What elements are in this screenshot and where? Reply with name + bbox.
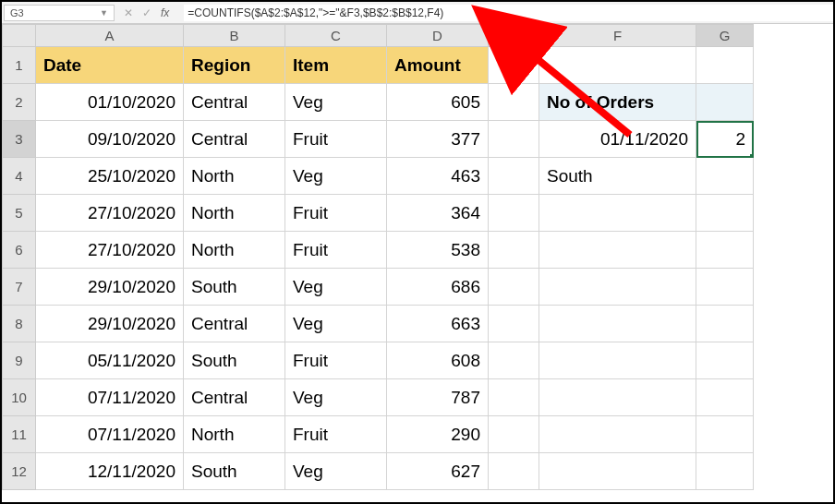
criteria-date[interactable]: 01/11/2020 xyxy=(539,121,696,158)
cell-F6[interactable] xyxy=(539,232,696,269)
col-header-F[interactable]: F xyxy=(539,25,696,47)
cell-A4[interactable]: 25/10/2020 xyxy=(36,158,184,195)
cell-G12[interactable] xyxy=(696,453,754,490)
cell-D9[interactable]: 608 xyxy=(387,342,489,379)
row-header-9[interactable]: 9 xyxy=(3,342,36,379)
cell-G2[interactable] xyxy=(696,84,754,121)
cell-A9[interactable]: 05/11/2020 xyxy=(36,342,184,379)
row-header-11[interactable]: 11 xyxy=(3,416,36,453)
cell-D7[interactable]: 686 xyxy=(387,269,489,306)
cancel-icon[interactable]: ✕ xyxy=(124,6,133,19)
cell-C2[interactable]: Veg xyxy=(285,84,387,121)
row-header-3[interactable]: 3 xyxy=(3,121,36,158)
header-date[interactable]: Date xyxy=(36,47,184,84)
cell-B9[interactable]: South xyxy=(184,342,285,379)
row-header-7[interactable]: 7 xyxy=(3,269,36,306)
cell-B4[interactable]: North xyxy=(184,158,285,195)
cell-D2[interactable]: 605 xyxy=(387,84,489,121)
col-header-A[interactable]: A xyxy=(36,25,184,47)
cell-E6[interactable] xyxy=(489,232,539,269)
cell-D10[interactable]: 787 xyxy=(387,379,489,416)
cell-G8[interactable] xyxy=(696,306,754,342)
cell-A10[interactable]: 07/11/2020 xyxy=(36,379,184,416)
cell-C4[interactable]: Veg xyxy=(285,158,387,195)
cell-F9[interactable] xyxy=(539,342,696,379)
row-header-10[interactable]: 10 xyxy=(3,379,36,416)
cell-F10[interactable] xyxy=(539,379,696,416)
col-header-E[interactable]: E xyxy=(489,25,539,47)
cell-F11[interactable] xyxy=(539,416,696,453)
cell-B10[interactable]: Central xyxy=(184,379,285,416)
cell-A6[interactable]: 27/10/2020 xyxy=(36,232,184,269)
spreadsheet-grid[interactable]: A B C D E F G 1 Date Region Item Amount … xyxy=(2,24,754,490)
cell-D8[interactable]: 663 xyxy=(387,306,489,342)
cell-E9[interactable] xyxy=(489,342,539,379)
cell-E10[interactable] xyxy=(489,379,539,416)
cell-F1[interactable] xyxy=(539,47,696,84)
cell-B2[interactable]: Central xyxy=(184,84,285,121)
cell-D6[interactable]: 538 xyxy=(387,232,489,269)
name-box-dropdown-icon[interactable]: ▼ xyxy=(100,8,108,18)
cell-E5[interactable] xyxy=(489,195,539,232)
cell-C11[interactable]: Fruit xyxy=(285,416,387,453)
cell-G4[interactable] xyxy=(696,158,754,195)
cell-F8[interactable] xyxy=(539,306,696,342)
cell-E4[interactable] xyxy=(489,158,539,195)
cell-B7[interactable]: South xyxy=(184,269,285,306)
cell-B3[interactable]: Central xyxy=(184,121,285,158)
row-header-12[interactable]: 12 xyxy=(3,453,36,490)
cell-C10[interactable]: Veg xyxy=(285,379,387,416)
cell-G10[interactable] xyxy=(696,379,754,416)
enter-icon[interactable]: ✓ xyxy=(142,6,151,19)
cell-A3[interactable]: 09/10/2020 xyxy=(36,121,184,158)
cell-C3[interactable]: Fruit xyxy=(285,121,387,158)
cell-A5[interactable]: 27/10/2020 xyxy=(36,195,184,232)
cell-C6[interactable]: Fruit xyxy=(285,232,387,269)
cell-E3[interactable] xyxy=(489,121,539,158)
cell-B6[interactable]: North xyxy=(184,232,285,269)
select-all-corner[interactable] xyxy=(3,25,36,47)
cell-G5[interactable] xyxy=(696,195,754,232)
cell-C9[interactable]: Fruit xyxy=(285,342,387,379)
name-box[interactable]: G3 ▼ xyxy=(4,5,115,21)
row-header-2[interactable]: 2 xyxy=(3,84,36,121)
header-amount[interactable]: Amount xyxy=(387,47,489,84)
row-header-5[interactable]: 5 xyxy=(3,195,36,232)
cell-E2[interactable] xyxy=(489,84,539,121)
cell-F7[interactable] xyxy=(539,269,696,306)
cell-C7[interactable]: Veg xyxy=(285,269,387,306)
cell-D12[interactable]: 627 xyxy=(387,453,489,490)
cell-B12[interactable]: South xyxy=(184,453,285,490)
col-header-G[interactable]: G xyxy=(696,25,754,47)
cell-A12[interactable]: 12/11/2020 xyxy=(36,453,184,490)
fx-icon[interactable]: fx xyxy=(161,6,176,19)
cell-E1[interactable] xyxy=(489,47,539,84)
header-item[interactable]: Item xyxy=(285,47,387,84)
cell-E11[interactable] xyxy=(489,416,539,453)
cell-G7[interactable] xyxy=(696,269,754,306)
cell-G9[interactable] xyxy=(696,342,754,379)
cell-C5[interactable]: Fruit xyxy=(285,195,387,232)
cell-A7[interactable]: 29/10/2020 xyxy=(36,269,184,306)
cell-F12[interactable] xyxy=(539,453,696,490)
header-region[interactable]: Region xyxy=(184,47,285,84)
cell-A11[interactable]: 07/11/2020 xyxy=(36,416,184,453)
cell-E8[interactable] xyxy=(489,306,539,342)
cell-B5[interactable]: North xyxy=(184,195,285,232)
cell-F5[interactable] xyxy=(539,195,696,232)
cell-E7[interactable] xyxy=(489,269,539,306)
cell-D3[interactable]: 377 xyxy=(387,121,489,158)
cell-D4[interactable]: 463 xyxy=(387,158,489,195)
no-of-orders-label[interactable]: No of Orders xyxy=(539,84,696,121)
cell-C8[interactable]: Veg xyxy=(285,306,387,342)
col-header-D[interactable]: D xyxy=(387,25,489,47)
cell-B11[interactable]: North xyxy=(184,416,285,453)
formula-input[interactable]: =COUNTIFS($A$2:$A$12,">="&F3,$B$2:$B$12,… xyxy=(184,5,833,21)
cell-A2[interactable]: 01/10/2020 xyxy=(36,84,184,121)
cell-G6[interactable] xyxy=(696,232,754,269)
col-header-B[interactable]: B xyxy=(184,25,285,47)
result-cell[interactable]: 2 xyxy=(696,121,754,158)
cell-G1[interactable] xyxy=(696,47,754,84)
row-header-1[interactable]: 1 xyxy=(3,47,36,84)
row-header-4[interactable]: 4 xyxy=(3,158,36,195)
